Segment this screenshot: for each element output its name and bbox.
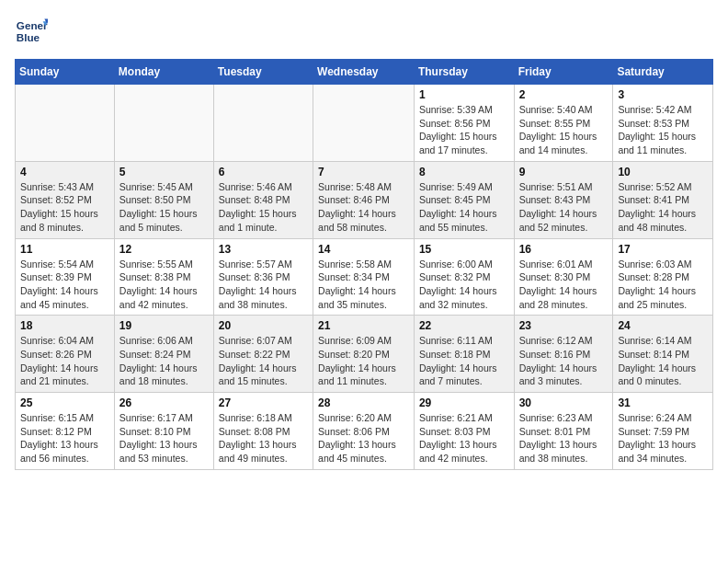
calendar-day-cell: 2Sunrise: 5:40 AMSunset: 8:55 PMDaylight… (514, 85, 613, 162)
day-info: Sunrise: 5:42 AMSunset: 8:53 PMDaylight:… (618, 103, 708, 157)
day-info: Sunrise: 5:51 AMSunset: 8:43 PMDaylight:… (519, 180, 609, 235)
calendar-day-cell: 3Sunrise: 5:42 AMSunset: 8:53 PMDaylight… (613, 85, 713, 162)
day-info: Sunrise: 5:46 AMSunset: 8:48 PMDaylight:… (219, 180, 308, 235)
day-number: 21 (318, 319, 409, 332)
day-number: 14 (318, 243, 409, 256)
day-info: Sunrise: 6:15 AMSunset: 8:12 PMDaylight:… (20, 411, 109, 465)
day-number: 7 (318, 166, 409, 178)
day-number: 9 (519, 166, 609, 178)
calendar-week-row: 4Sunrise: 5:43 AMSunset: 8:52 PMDaylight… (16, 161, 713, 238)
day-info: Sunrise: 5:43 AMSunset: 8:52 PMDaylight:… (20, 180, 109, 235)
calendar-day-cell: 26Sunrise: 6:17 AMSunset: 8:10 PMDayligh… (114, 393, 213, 470)
calendar-day-cell: 7Sunrise: 5:48 AMSunset: 8:46 PMDaylight… (313, 161, 415, 238)
day-info: Sunrise: 6:04 AMSunset: 8:26 PMDaylight:… (20, 334, 109, 388)
day-info: Sunrise: 5:57 AMSunset: 8:36 PMDaylight:… (219, 258, 308, 312)
day-number: 2 (519, 88, 609, 101)
calendar-day-cell: 4Sunrise: 5:43 AMSunset: 8:52 PMDaylight… (16, 161, 115, 238)
day-number: 5 (119, 166, 209, 178)
day-number: 31 (618, 396, 708, 409)
day-number: 29 (419, 396, 509, 409)
calendar-day-cell: 24Sunrise: 6:14 AMSunset: 8:14 PMDayligh… (613, 316, 713, 393)
day-number: 27 (219, 396, 308, 409)
calendar-day-cell (213, 85, 313, 162)
day-info: Sunrise: 6:17 AMSunset: 8:10 PMDaylight:… (119, 411, 209, 465)
day-number: 20 (219, 319, 308, 332)
calendar-day-cell: 15Sunrise: 6:00 AMSunset: 8:32 PMDayligh… (414, 238, 514, 316)
day-info: Sunrise: 5:39 AMSunset: 8:56 PMDaylight:… (419, 103, 509, 157)
calendar-day-cell: 10Sunrise: 5:52 AMSunset: 8:41 PMDayligh… (613, 161, 713, 238)
calendar-day-cell: 31Sunrise: 6:24 AMSunset: 7:59 PMDayligh… (613, 393, 713, 470)
day-number: 11 (20, 243, 109, 256)
calendar-header-thursday: Thursday (414, 60, 514, 85)
calendar-day-cell: 6Sunrise: 5:46 AMSunset: 8:48 PMDaylight… (213, 161, 313, 238)
calendar-header-monday: Monday (114, 60, 213, 85)
calendar-day-cell: 28Sunrise: 6:20 AMSunset: 8:06 PMDayligh… (313, 393, 415, 470)
day-number: 23 (519, 319, 609, 332)
day-number: 13 (219, 243, 308, 256)
calendar-day-cell: 30Sunrise: 6:23 AMSunset: 8:01 PMDayligh… (514, 393, 613, 470)
day-number: 15 (419, 243, 509, 256)
calendar-table: SundayMondayTuesdayWednesdayThursdayFrid… (15, 59, 713, 470)
calendar-day-cell (16, 85, 115, 162)
day-info: Sunrise: 5:54 AMSunset: 8:39 PMDaylight:… (20, 258, 109, 312)
calendar-header-sunday: Sunday (16, 60, 115, 85)
day-number: 12 (119, 243, 209, 256)
day-info: Sunrise: 6:23 AMSunset: 8:01 PMDaylight:… (519, 411, 609, 465)
calendar-day-cell: 16Sunrise: 6:01 AMSunset: 8:30 PMDayligh… (514, 238, 613, 316)
calendar-day-cell: 21Sunrise: 6:09 AMSunset: 8:20 PMDayligh… (313, 316, 415, 393)
calendar-header-tuesday: Tuesday (213, 60, 313, 85)
day-number: 6 (219, 166, 308, 178)
day-number: 4 (20, 166, 109, 178)
day-info: Sunrise: 6:09 AMSunset: 8:20 PMDaylight:… (318, 334, 409, 388)
day-info: Sunrise: 5:48 AMSunset: 8:46 PMDaylight:… (318, 180, 409, 235)
day-number: 22 (419, 319, 509, 332)
day-number: 24 (618, 319, 708, 332)
calendar-header-saturday: Saturday (613, 60, 713, 85)
calendar-day-cell: 19Sunrise: 6:06 AMSunset: 8:24 PMDayligh… (114, 316, 213, 393)
day-info: Sunrise: 6:06 AMSunset: 8:24 PMDaylight:… (119, 334, 209, 388)
day-number: 28 (318, 396, 409, 409)
calendar-week-row: 1Sunrise: 5:39 AMSunset: 8:56 PMDaylight… (16, 85, 713, 162)
day-info: Sunrise: 5:45 AMSunset: 8:50 PMDaylight:… (119, 180, 209, 235)
calendar-header-friday: Friday (514, 60, 613, 85)
calendar-day-cell: 18Sunrise: 6:04 AMSunset: 8:26 PMDayligh… (16, 316, 115, 393)
day-info: Sunrise: 6:14 AMSunset: 8:14 PMDaylight:… (618, 334, 708, 388)
day-info: Sunrise: 6:24 AMSunset: 7:59 PMDaylight:… (618, 411, 708, 465)
day-info: Sunrise: 6:00 AMSunset: 8:32 PMDaylight:… (419, 258, 509, 312)
calendar-week-row: 18Sunrise: 6:04 AMSunset: 8:26 PMDayligh… (16, 316, 713, 393)
logo: General Blue (15, 15, 51, 48)
calendar-day-cell: 11Sunrise: 5:54 AMSunset: 8:39 PMDayligh… (16, 238, 115, 316)
page-header: General Blue (15, 15, 713, 48)
day-number: 18 (20, 319, 109, 332)
day-info: Sunrise: 6:21 AMSunset: 8:03 PMDaylight:… (419, 411, 509, 465)
day-info: Sunrise: 5:52 AMSunset: 8:41 PMDaylight:… (618, 180, 708, 235)
day-number: 8 (419, 166, 509, 178)
calendar-day-cell: 8Sunrise: 5:49 AMSunset: 8:45 PMDaylight… (414, 161, 514, 238)
day-info: Sunrise: 5:40 AMSunset: 8:55 PMDaylight:… (519, 103, 609, 157)
day-number: 19 (119, 319, 209, 332)
calendar-day-cell: 1Sunrise: 5:39 AMSunset: 8:56 PMDaylight… (414, 85, 514, 162)
day-number: 25 (20, 396, 109, 409)
calendar-day-cell: 13Sunrise: 5:57 AMSunset: 8:36 PMDayligh… (213, 238, 313, 316)
day-info: Sunrise: 5:55 AMSunset: 8:38 PMDaylight:… (119, 258, 209, 312)
calendar-day-cell: 23Sunrise: 6:12 AMSunset: 8:16 PMDayligh… (514, 316, 613, 393)
day-info: Sunrise: 6:01 AMSunset: 8:30 PMDaylight:… (519, 258, 609, 312)
calendar-day-cell: 27Sunrise: 6:18 AMSunset: 8:08 PMDayligh… (213, 393, 313, 470)
calendar-day-cell (313, 85, 415, 162)
calendar-week-row: 11Sunrise: 5:54 AMSunset: 8:39 PMDayligh… (16, 238, 713, 316)
calendar-header-row: SundayMondayTuesdayWednesdayThursdayFrid… (16, 60, 713, 85)
calendar-week-row: 25Sunrise: 6:15 AMSunset: 8:12 PMDayligh… (16, 393, 713, 470)
day-info: Sunrise: 6:11 AMSunset: 8:18 PMDaylight:… (419, 334, 509, 388)
day-info: Sunrise: 6:12 AMSunset: 8:16 PMDaylight:… (519, 334, 609, 388)
day-info: Sunrise: 5:58 AMSunset: 8:34 PMDaylight:… (318, 258, 409, 312)
calendar-day-cell: 17Sunrise: 6:03 AMSunset: 8:28 PMDayligh… (613, 238, 713, 316)
day-info: Sunrise: 6:20 AMSunset: 8:06 PMDaylight:… (318, 411, 409, 465)
day-number: 3 (618, 88, 708, 101)
day-number: 10 (618, 166, 708, 178)
day-number: 30 (519, 396, 609, 409)
day-number: 1 (419, 88, 509, 101)
calendar-day-cell: 22Sunrise: 6:11 AMSunset: 8:18 PMDayligh… (414, 316, 514, 393)
calendar-day-cell: 12Sunrise: 5:55 AMSunset: 8:38 PMDayligh… (114, 238, 213, 316)
day-info: Sunrise: 6:03 AMSunset: 8:28 PMDaylight:… (618, 258, 708, 312)
calendar-day-cell: 5Sunrise: 5:45 AMSunset: 8:50 PMDaylight… (114, 161, 213, 238)
